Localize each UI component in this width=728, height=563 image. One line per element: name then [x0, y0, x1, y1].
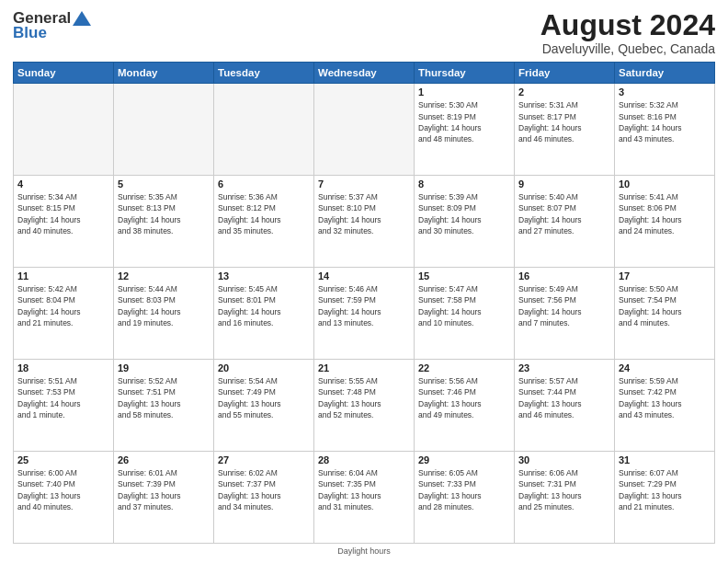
calendar-cell: 31Sunrise: 6:07 AM Sunset: 7:29 PM Dayli…	[615, 452, 715, 544]
day-number: 15	[418, 270, 510, 282]
day-number: 3	[619, 86, 711, 98]
daylight-hours-label: Daylight hours	[337, 546, 391, 556]
day-info: Sunrise: 5:51 AM Sunset: 7:53 PM Dayligh…	[17, 375, 109, 420]
day-number: 8	[418, 178, 510, 190]
day-info: Sunrise: 6:06 AM Sunset: 7:31 PM Dayligh…	[518, 467, 610, 512]
day-number: 12	[118, 270, 210, 282]
dow-header-cell: Saturday	[615, 63, 715, 84]
day-number: 25	[17, 454, 109, 465]
svg-marker-0	[73, 11, 91, 26]
calendar-cell: 1Sunrise: 5:30 AM Sunset: 8:19 PM Daylig…	[415, 84, 515, 176]
day-number: 22	[418, 362, 510, 373]
header: General Blue August 2024 Daveluyville, Q…	[13, 9, 715, 56]
calendar-table: SundayMondayTuesdayWednesdayThursdayFrid…	[13, 62, 715, 544]
day-info: Sunrise: 5:31 AM Sunset: 8:17 PM Dayligh…	[518, 99, 610, 144]
day-number: 7	[318, 178, 410, 190]
calendar-cell: 25Sunrise: 6:00 AM Sunset: 7:40 PM Dayli…	[14, 452, 114, 544]
day-info: Sunrise: 5:40 AM Sunset: 8:07 PM Dayligh…	[518, 191, 610, 236]
day-number: 16	[518, 270, 610, 282]
footer-note: Daylight hours	[13, 546, 715, 556]
calendar-cell: 24Sunrise: 5:59 AM Sunset: 7:42 PM Dayli…	[615, 360, 715, 452]
day-number: 4	[17, 178, 109, 190]
day-number: 17	[619, 270, 711, 282]
calendar-cell: 12Sunrise: 5:44 AM Sunset: 8:03 PM Dayli…	[114, 268, 214, 360]
calendar-cell	[114, 84, 214, 176]
day-number: 31	[619, 454, 711, 465]
day-info: Sunrise: 5:44 AM Sunset: 8:03 PM Dayligh…	[118, 283, 210, 328]
day-number: 19	[118, 362, 210, 373]
calendar-cell: 5Sunrise: 5:35 AM Sunset: 8:13 PM Daylig…	[114, 176, 214, 268]
day-number: 1	[418, 86, 510, 98]
day-info: Sunrise: 5:36 AM Sunset: 8:12 PM Dayligh…	[218, 191, 310, 236]
day-info: Sunrise: 5:56 AM Sunset: 7:46 PM Dayligh…	[418, 375, 510, 420]
calendar-cell: 14Sunrise: 5:46 AM Sunset: 7:59 PM Dayli…	[314, 268, 415, 360]
day-info: Sunrise: 6:02 AM Sunset: 7:37 PM Dayligh…	[218, 467, 310, 512]
calendar-cell: 3Sunrise: 5:32 AM Sunset: 8:16 PM Daylig…	[615, 84, 715, 176]
day-number: 13	[218, 270, 310, 282]
calendar-cell: 6Sunrise: 5:36 AM Sunset: 8:12 PM Daylig…	[214, 176, 314, 268]
dow-header-cell: Monday	[114, 63, 214, 84]
day-info: Sunrise: 5:37 AM Sunset: 8:10 PM Dayligh…	[318, 191, 410, 236]
day-number: 14	[318, 270, 410, 282]
day-info: Sunrise: 5:35 AM Sunset: 8:13 PM Dayligh…	[118, 191, 210, 236]
day-info: Sunrise: 6:01 AM Sunset: 7:39 PM Dayligh…	[118, 467, 210, 512]
calendar-cell: 20Sunrise: 5:54 AM Sunset: 7:49 PM Dayli…	[214, 360, 314, 452]
day-info: Sunrise: 5:34 AM Sunset: 8:15 PM Dayligh…	[17, 191, 109, 236]
day-number: 23	[518, 362, 610, 373]
calendar-cell: 26Sunrise: 6:01 AM Sunset: 7:39 PM Dayli…	[114, 452, 214, 544]
calendar-cell: 29Sunrise: 6:05 AM Sunset: 7:33 PM Dayli…	[415, 452, 515, 544]
day-info: Sunrise: 5:49 AM Sunset: 7:56 PM Dayligh…	[518, 283, 610, 328]
day-number: 20	[218, 362, 310, 373]
calendar-cell: 23Sunrise: 5:57 AM Sunset: 7:44 PM Dayli…	[515, 360, 615, 452]
calendar-cell: 17Sunrise: 5:50 AM Sunset: 7:54 PM Dayli…	[615, 268, 715, 360]
day-info: Sunrise: 5:39 AM Sunset: 8:09 PM Dayligh…	[418, 191, 510, 236]
page: General Blue August 2024 Daveluyville, Q…	[0, 0, 728, 563]
calendar-cell: 16Sunrise: 5:49 AM Sunset: 7:56 PM Dayli…	[515, 268, 615, 360]
calendar-cell: 15Sunrise: 5:47 AM Sunset: 7:58 PM Dayli…	[415, 268, 515, 360]
dow-header-cell: Sunday	[14, 63, 114, 84]
day-info: Sunrise: 6:00 AM Sunset: 7:40 PM Dayligh…	[17, 467, 109, 512]
day-number: 11	[17, 270, 109, 282]
day-info: Sunrise: 6:05 AM Sunset: 7:33 PM Dayligh…	[418, 467, 510, 512]
calendar-cell: 8Sunrise: 5:39 AM Sunset: 8:09 PM Daylig…	[415, 176, 515, 268]
dow-header-cell: Friday	[515, 63, 615, 84]
calendar-cell: 4Sunrise: 5:34 AM Sunset: 8:15 PM Daylig…	[14, 176, 114, 268]
day-info: Sunrise: 5:32 AM Sunset: 8:16 PM Dayligh…	[619, 99, 711, 144]
day-number: 21	[318, 362, 410, 373]
calendar-cell: 7Sunrise: 5:37 AM Sunset: 8:10 PM Daylig…	[314, 176, 415, 268]
day-info: Sunrise: 5:54 AM Sunset: 7:49 PM Dayligh…	[218, 375, 310, 420]
day-info: Sunrise: 5:42 AM Sunset: 8:04 PM Dayligh…	[17, 283, 109, 328]
day-info: Sunrise: 5:46 AM Sunset: 7:59 PM Dayligh…	[318, 283, 410, 328]
day-info: Sunrise: 5:47 AM Sunset: 7:58 PM Dayligh…	[418, 283, 510, 328]
day-info: Sunrise: 5:57 AM Sunset: 7:44 PM Dayligh…	[518, 375, 610, 420]
calendar-cell: 21Sunrise: 5:55 AM Sunset: 7:48 PM Dayli…	[314, 360, 415, 452]
calendar-cell: 10Sunrise: 5:41 AM Sunset: 8:06 PM Dayli…	[615, 176, 715, 268]
day-number: 28	[318, 454, 410, 465]
calendar-cell	[314, 84, 415, 176]
day-info: Sunrise: 5:50 AM Sunset: 7:54 PM Dayligh…	[619, 283, 711, 328]
calendar-cell: 28Sunrise: 6:04 AM Sunset: 7:35 PM Dayli…	[314, 452, 415, 544]
title-block: August 2024 Daveluyville, Quebec, Canada	[540, 9, 715, 56]
day-number: 29	[418, 454, 510, 465]
day-number: 9	[518, 178, 610, 190]
dow-header-cell: Wednesday	[314, 63, 415, 84]
day-number: 18	[17, 362, 109, 373]
day-info: Sunrise: 5:30 AM Sunset: 8:19 PM Dayligh…	[418, 99, 510, 144]
day-info: Sunrise: 5:45 AM Sunset: 8:01 PM Dayligh…	[218, 283, 310, 328]
location: Daveluyville, Quebec, Canada	[540, 41, 715, 56]
calendar-cell	[214, 84, 314, 176]
day-number: 6	[218, 178, 310, 190]
month-year: August 2024	[540, 9, 715, 41]
day-info: Sunrise: 6:04 AM Sunset: 7:35 PM Dayligh…	[318, 467, 410, 512]
logo: General Blue	[13, 9, 92, 42]
calendar-cell: 11Sunrise: 5:42 AM Sunset: 8:04 PM Dayli…	[14, 268, 114, 360]
day-number: 24	[619, 362, 711, 373]
calendar-cell: 27Sunrise: 6:02 AM Sunset: 7:37 PM Dayli…	[214, 452, 314, 544]
calendar-cell: 18Sunrise: 5:51 AM Sunset: 7:53 PM Dayli…	[14, 360, 114, 452]
day-number: 2	[518, 86, 610, 98]
calendar-cell: 13Sunrise: 5:45 AM Sunset: 8:01 PM Dayli…	[214, 268, 314, 360]
calendar-cell	[14, 84, 114, 176]
day-number: 10	[619, 178, 711, 190]
day-number: 5	[118, 178, 210, 190]
day-info: Sunrise: 5:52 AM Sunset: 7:51 PM Dayligh…	[118, 375, 210, 420]
